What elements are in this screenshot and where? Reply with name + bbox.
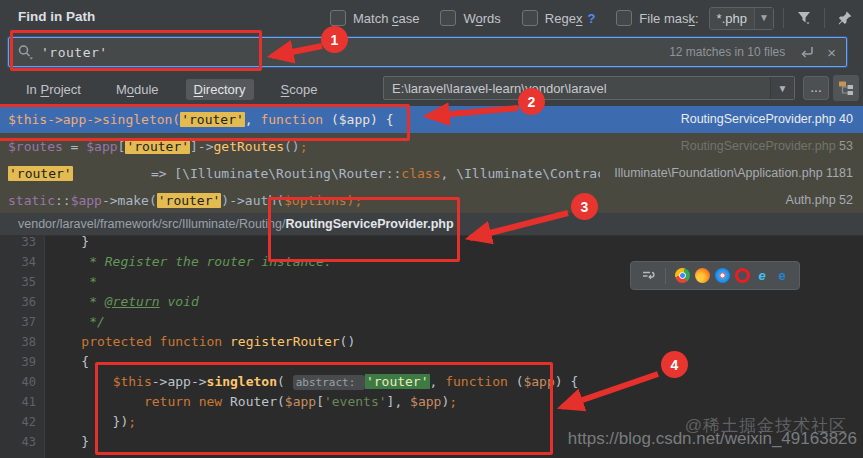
editor-line: 39 { [0, 352, 863, 372]
code-token: ( [277, 394, 285, 409]
directory-path-value[interactable]: E:\laravel\laravel-learn\vendor\laravel [384, 81, 770, 96]
code-token: ], [387, 394, 410, 409]
code-token: registerRouter [230, 334, 340, 349]
code-token: ($app) { [331, 112, 394, 127]
file-mask-value: *.php [710, 11, 754, 26]
code-token: $this->app->singleton( [8, 112, 180, 127]
filter-icon[interactable] [793, 7, 815, 29]
newline-icon[interactable] [799, 45, 815, 59]
code-token [50, 334, 81, 349]
result-snippet: static::$app->make('router')->auth($opti… [8, 187, 772, 214]
words-checkbox[interactable] [440, 10, 456, 26]
code-token: } [50, 434, 89, 449]
match-case-checkbox[interactable] [330, 10, 346, 26]
code-token: () [340, 334, 356, 349]
code-token: $app [523, 374, 554, 389]
code-token: = [63, 139, 86, 154]
editor-line: 40 $this->app->singleton( abstract: 'rou… [0, 372, 863, 392]
scope-module[interactable]: Module [108, 79, 167, 100]
code-token: ->app-> [152, 374, 207, 389]
regex-option[interactable]: Regex ? [522, 10, 596, 26]
code-token [50, 294, 89, 309]
code-token: ); [347, 193, 363, 208]
code-token: class [401, 166, 440, 181]
edge-icon[interactable]: e [775, 268, 790, 283]
code-token: * [89, 274, 97, 289]
file-mask-option[interactable]: File mask: [616, 10, 698, 26]
file-mask-select[interactable]: *.php ▼ [709, 7, 774, 30]
open-in-browser-icon[interactable] [638, 265, 660, 287]
code-token [50, 394, 144, 409]
chrome-icon[interactable] [675, 268, 690, 283]
breadcrumb-file[interactable]: RoutingServiceProvider.php [285, 217, 453, 231]
search-input[interactable]: 'router' 12 matches in 10 files × [8, 37, 847, 67]
results-list: $this->app->singleton('router', function… [0, 106, 863, 214]
result-snippet: $routes = $app['router']->getRoutes(); [8, 133, 667, 160]
regex-help-icon[interactable]: ? [587, 11, 595, 26]
code-token: 'router' [8, 166, 73, 181]
safari-icon[interactable] [715, 268, 730, 283]
close-icon[interactable]: × [827, 44, 836, 61]
code-token [50, 254, 89, 269]
regex-checkbox[interactable] [522, 10, 538, 26]
directory-path-combo[interactable]: E:\laravel\laravel-learn\vendor\laravel … [383, 76, 795, 100]
scope-directory[interactable]: Directory [186, 79, 254, 100]
code-token: function [260, 112, 330, 127]
ie-icon[interactable]: e [755, 268, 770, 283]
editor-line: 41 return new Router($app['events'], $ap… [0, 392, 863, 412]
code-token: 'router' [157, 193, 222, 208]
result-row[interactable]: 'router' => [\Illuminate\Routing\Router:… [0, 160, 863, 187]
result-file-label: RoutingServiceProvider.php 53 [667, 133, 863, 160]
search-options-row: Match case Words Regex ? File mask: *.ph… [330, 7, 856, 29]
chevron-down-icon[interactable]: ▼ [754, 8, 773, 29]
breadcrumb-path[interactable]: vendor/laravel/framework/src/Illuminate/… [18, 217, 285, 231]
browser-icons: ee [672, 268, 792, 283]
line-number: 37 [0, 312, 44, 332]
result-row[interactable]: $routes = $app['router']->getRoutes();Ro… [0, 133, 863, 160]
code-token: ->make( [102, 193, 157, 208]
code-token: => [\Illuminate\Routing\Router:: [73, 166, 402, 181]
line-number: 42 [0, 412, 44, 432]
opera-icon[interactable] [735, 268, 750, 283]
firefox-icon[interactable] [695, 268, 710, 283]
code-token: abstract: [293, 375, 365, 390]
code-token: singleton [207, 374, 277, 389]
breadcrumb[interactable]: vendor/laravel/framework/src/Illuminate/… [0, 213, 863, 236]
result-summary: 12 matches in 10 files [669, 45, 785, 59]
search-icon[interactable] [17, 44, 35, 60]
directory-tree-icon[interactable] [833, 75, 859, 101]
result-snippet: 'router' => [\Illuminate\Routing\Router:… [8, 160, 600, 187]
scope-in-project[interactable]: In Project [18, 79, 89, 100]
match-case-option[interactable]: Match case [330, 10, 419, 26]
line-number: 36 [0, 292, 44, 312]
code-token: ; [300, 139, 308, 154]
browse-directory-button[interactable]: ... [803, 76, 829, 100]
result-file-label: Auth.php 52 [772, 187, 863, 214]
line-number: 39 [0, 352, 44, 372]
search-query-text[interactable]: 'router' [41, 45, 669, 60]
scope-tabs: In Project Module Directory Scope [18, 79, 344, 100]
scope-scope[interactable]: Scope [273, 79, 326, 100]
file-mask-checkbox[interactable] [616, 10, 632, 26]
code-token: $routes [8, 139, 63, 154]
code-text: * @return void [44, 292, 863, 312]
editor-line: 37 */ [0, 312, 863, 332]
code-token: 'router' [365, 374, 430, 389]
code-token: ; [128, 414, 136, 429]
editor-line: 36 * @return void [0, 292, 863, 312]
pin-icon[interactable] [834, 7, 856, 29]
result-snippet: $this->app->singleton('router', function… [8, 106, 667, 133]
code-token: () [284, 139, 300, 154]
result-row[interactable]: $this->app->singleton('router', function… [0, 106, 863, 133]
code-token: :: [55, 193, 71, 208]
words-option[interactable]: Words [440, 10, 500, 26]
code-token: Router [230, 394, 277, 409]
code-token: 'router' [125, 139, 190, 154]
chevron-down-icon[interactable]: ▼ [770, 77, 794, 99]
code-token: * [89, 294, 105, 309]
code-token: , [430, 374, 446, 389]
result-row[interactable]: static::$app->make('router')->auth($opti… [0, 187, 863, 214]
code-token: 'router' [180, 112, 245, 127]
blog-url-watermark: https://blog.csdn.net/weixin_49163826 [568, 429, 857, 449]
line-number: 41 [0, 392, 44, 412]
